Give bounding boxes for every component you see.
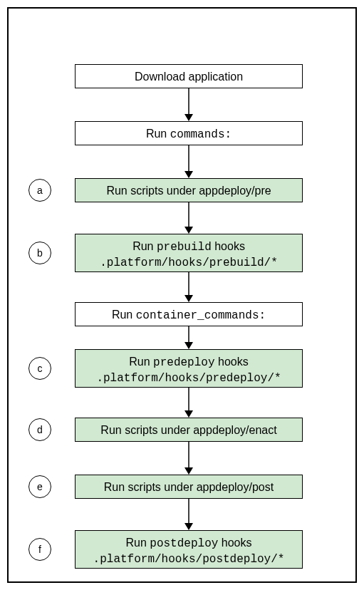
svg-marker-11 (184, 410, 193, 418)
step-label-text: c (38, 363, 43, 374)
step-label-text: a (37, 185, 43, 196)
step-line1: Run commands: (78, 126, 299, 143)
svg-marker-13 (184, 467, 193, 475)
step-line2: .platform/hooks/prebuild/* (78, 256, 299, 271)
step-prefix: Run (146, 128, 170, 140)
step-line1: Run prebuild hooks (78, 239, 299, 256)
step-box-n3: Run scripts under appdeploy/pre (75, 178, 303, 202)
step-box-n4: Run prebuild hooks.platform/hooks/prebui… (75, 234, 303, 272)
step-mono: predeploy (153, 356, 214, 369)
step-box-n8: Run scripts under appdeploy/post (75, 475, 303, 499)
step-mono: commands: (170, 128, 232, 141)
step-label-e: e (28, 475, 51, 498)
step-text: Run scripts under appdeploy/enact (100, 424, 276, 436)
flowchart-canvas: Download applicationRun commands:Run scr… (0, 0, 364, 590)
step-prefix: Run (126, 537, 150, 549)
step-line1: Run container_commands: (78, 307, 299, 324)
arrow-2 (184, 145, 194, 178)
step-prefix: Run (129, 356, 153, 368)
step-text: Run scripts under appdeploy/pre (106, 185, 271, 197)
arrow-7 (184, 442, 194, 475)
step-line2: .platform/hooks/predeploy/* (78, 371, 299, 387)
step-label-text: b (37, 247, 43, 259)
svg-marker-1 (184, 114, 193, 121)
step-box-n7: Run scripts under appdeploy/enact (75, 418, 303, 442)
step-line2: .platform/hooks/postdeploy/* (78, 552, 299, 568)
step-suffix: hooks (212, 240, 245, 252)
step-label-text: d (37, 424, 43, 435)
step-label-f: f (28, 538, 51, 561)
step-label-text: f (38, 544, 41, 555)
arrow-1 (184, 88, 194, 121)
step-text: Run scripts under appdeploy/post (104, 481, 274, 493)
arrow-3 (184, 202, 194, 234)
step-line1: Run postdeploy hooks (78, 535, 299, 552)
step-line1: Run predeploy hooks (78, 354, 299, 371)
step-label-text: e (37, 481, 43, 492)
step-box-n9: Run postdeploy hooks.platform/hooks/post… (75, 530, 303, 569)
step-mono: container_commands: (136, 309, 266, 322)
step-mono: postdeploy (150, 537, 218, 550)
arrow-5 (184, 326, 194, 349)
svg-marker-15 (184, 523, 193, 530)
svg-marker-7 (184, 295, 193, 302)
step-label-d: d (28, 418, 51, 441)
arrow-6 (184, 388, 194, 418)
step-box-n1: Download application (75, 64, 303, 88)
step-suffix: hooks (218, 537, 251, 549)
arrow-8 (184, 499, 194, 530)
step-box-n2: Run commands: (75, 121, 303, 145)
step-prefix: Run (132, 240, 157, 252)
svg-marker-5 (184, 227, 193, 234)
step-box-n6: Run predeploy hooks.platform/hooks/prede… (75, 349, 303, 388)
step-text: Download application (135, 71, 243, 83)
step-label-a: a (28, 179, 51, 202)
step-label-b: b (28, 242, 51, 264)
step-label-c: c (28, 357, 51, 380)
step-box-n5: Run container_commands: (75, 302, 303, 326)
arrow-4 (184, 272, 194, 302)
step-prefix: Run (112, 309, 136, 321)
step-mono: prebuild (157, 241, 212, 254)
svg-marker-9 (184, 342, 193, 349)
step-suffix: hooks (215, 356, 249, 368)
svg-marker-3 (184, 171, 193, 178)
